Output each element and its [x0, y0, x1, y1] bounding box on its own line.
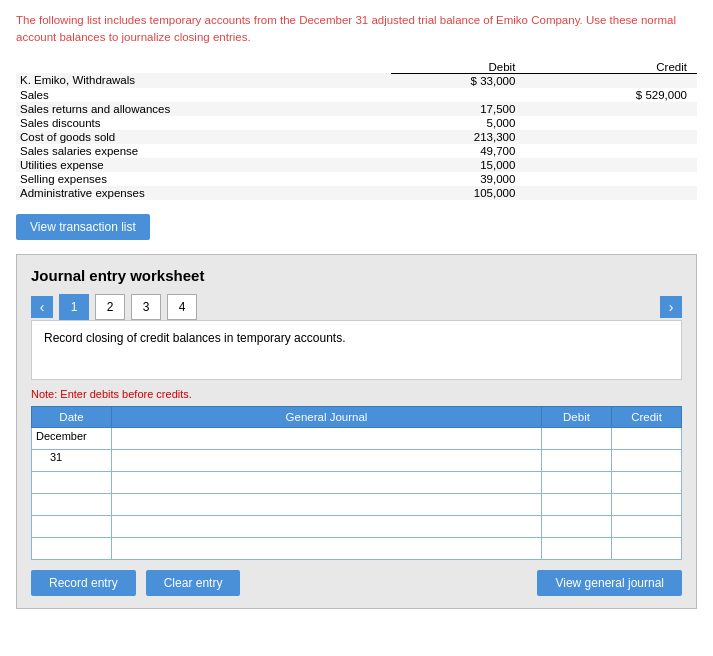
journal-description-input[interactable] — [116, 498, 537, 510]
journal-description-cell[interactable] — [112, 537, 542, 559]
journal-debit-cell[interactable] — [542, 493, 612, 515]
debit-value: 5,000 — [391, 116, 541, 130]
tab-4[interactable]: 4 — [167, 294, 197, 320]
debit-header: Debit — [391, 61, 541, 74]
account-label: Utilities expense — [16, 158, 391, 172]
note-text: Note: Enter debits before credits. — [31, 388, 682, 400]
journal-credit-cell[interactable] — [612, 427, 682, 449]
journal-debit-cell[interactable] — [542, 515, 612, 537]
journal-description-cell[interactable] — [112, 515, 542, 537]
debit-value: $ 33,000 — [391, 73, 541, 88]
journal-date-cell — [32, 493, 112, 515]
trial-balance-row: Sales salaries expense 49,700 — [16, 144, 697, 158]
credit-value — [540, 172, 697, 186]
journal-description-cell[interactable] — [112, 493, 542, 515]
trial-balance-row: Utilities expense 15,000 — [16, 158, 697, 172]
account-label: Administrative expenses — [16, 186, 391, 200]
account-label: Sales returns and allowances — [16, 102, 391, 116]
journal-credit-cell[interactable] — [612, 471, 682, 493]
tab-1[interactable]: 1 — [59, 294, 89, 320]
journal-description-cell[interactable] — [112, 449, 542, 471]
trial-balance-row: Sales discounts 5,000 — [16, 116, 697, 130]
debit-value: 15,000 — [391, 158, 541, 172]
journal-debit-cell[interactable] — [542, 537, 612, 559]
journal-row — [32, 537, 682, 559]
journal-row — [32, 493, 682, 515]
tab-navigation: ‹ 1234 › — [31, 294, 682, 320]
journal-description-cell[interactable] — [112, 427, 542, 449]
credit-input[interactable] — [616, 498, 677, 510]
trial-balance-row: Sales $ 529,000 — [16, 88, 697, 102]
credit-value — [540, 158, 697, 172]
journal-credit-cell[interactable] — [612, 515, 682, 537]
credit-input[interactable] — [616, 432, 677, 444]
trial-balance-row: K. Emiko, Withdrawals $ 33,000 — [16, 73, 697, 88]
debit-input[interactable] — [546, 498, 607, 510]
debit-input[interactable] — [546, 476, 607, 488]
tab-2[interactable]: 2 — [95, 294, 125, 320]
journal-credit-cell[interactable] — [612, 493, 682, 515]
journal-date-cell — [32, 537, 112, 559]
trial-balance-row: Cost of goods sold 213,300 — [16, 130, 697, 144]
credit-header: Credit — [540, 61, 697, 74]
debit-input[interactable] — [546, 454, 607, 466]
intro-paragraph: The following list includes temporary ac… — [16, 12, 697, 47]
tab-prev-arrow[interactable]: ‹ — [31, 296, 53, 318]
journal-credit-cell[interactable] — [612, 449, 682, 471]
debit-value: 17,500 — [391, 102, 541, 116]
credit-value — [540, 130, 697, 144]
bottom-buttons: Record entry Clear entry View general jo… — [31, 570, 682, 596]
debit-value: 49,700 — [391, 144, 541, 158]
credit-input[interactable] — [616, 476, 677, 488]
credit-input[interactable] — [616, 542, 677, 554]
journal-description-input[interactable] — [116, 542, 537, 554]
debit-col-header: Debit — [542, 406, 612, 427]
journal-worksheet: Journal entry worksheet ‹ 1234 › Record … — [16, 254, 697, 609]
credit-value — [540, 186, 697, 200]
journal-col-header: General Journal — [112, 406, 542, 427]
debit-value: 105,000 — [391, 186, 541, 200]
journal-date-cell — [32, 515, 112, 537]
credit-col-header: Credit — [612, 406, 682, 427]
trial-balance-row: Selling expenses 39,000 — [16, 172, 697, 186]
debit-value — [391, 88, 541, 102]
tab-next-arrow[interactable]: › — [660, 296, 682, 318]
account-label: Cost of goods sold — [16, 130, 391, 144]
record-entry-button[interactable]: Record entry — [31, 570, 136, 596]
credit-value — [540, 144, 697, 158]
trial-balance-row: Sales returns and allowances 17,500 — [16, 102, 697, 116]
journal-date-cell: 31 — [32, 449, 112, 471]
tab-3[interactable]: 3 — [131, 294, 161, 320]
trial-balance-row: Administrative expenses 105,000 — [16, 186, 697, 200]
journal-description-input[interactable] — [116, 476, 537, 488]
journal-debit-cell[interactable] — [542, 471, 612, 493]
debit-input[interactable] — [546, 520, 607, 532]
journal-table: Date General Journal Debit Credit Decemb… — [31, 406, 682, 560]
journal-credit-cell[interactable] — [612, 537, 682, 559]
journal-debit-cell[interactable] — [542, 449, 612, 471]
account-label: Sales discounts — [16, 116, 391, 130]
account-label: Sales salaries expense — [16, 144, 391, 158]
journal-description-input[interactable] — [116, 432, 537, 444]
debit-input[interactable] — [546, 432, 607, 444]
journal-date-cell — [32, 471, 112, 493]
account-label: Sales — [16, 88, 391, 102]
instruction-text: Record closing of credit balances in tem… — [44, 331, 345, 345]
credit-input[interactable] — [616, 454, 677, 466]
view-journal-button[interactable]: View general journal — [537, 570, 682, 596]
view-transaction-button[interactable]: View transaction list — [16, 214, 150, 240]
journal-row: 31 — [32, 449, 682, 471]
credit-value — [540, 73, 697, 88]
journal-description-cell[interactable] — [112, 471, 542, 493]
credit-value: $ 529,000 — [540, 88, 697, 102]
journal-row — [32, 471, 682, 493]
credit-input[interactable] — [616, 520, 677, 532]
journal-description-input[interactable] — [116, 520, 537, 532]
debit-input[interactable] — [546, 542, 607, 554]
date-col-header: Date — [32, 406, 112, 427]
clear-entry-button[interactable]: Clear entry — [146, 570, 241, 596]
credit-value — [540, 116, 697, 130]
journal-description-input[interactable] — [116, 454, 537, 466]
debit-value: 39,000 — [391, 172, 541, 186]
journal-debit-cell[interactable] — [542, 427, 612, 449]
